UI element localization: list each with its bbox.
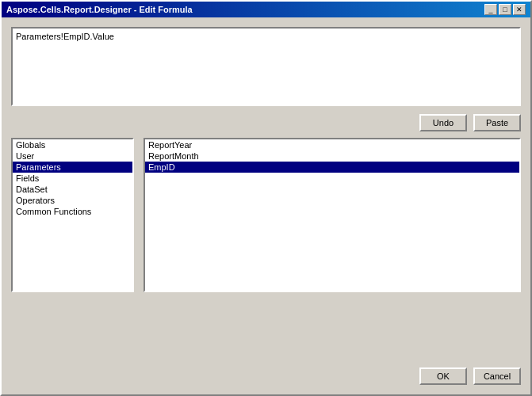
maximize-button[interactable]: □ [499, 4, 511, 15]
close-button[interactable]: ✕ [513, 4, 526, 15]
paste-button[interactable]: Paste [473, 114, 521, 131]
list-item[interactable]: User [13, 150, 132, 162]
top-button-row: Undo Paste [11, 114, 521, 131]
list-item[interactable]: ReportMonth [145, 150, 519, 162]
list-item[interactable]: Globals [13, 139, 132, 150]
list-item[interactable]: ReportYear [145, 139, 519, 150]
items-list[interactable]: ReportYearReportMonthEmpID [144, 138, 521, 292]
list-item[interactable]: DataSet [13, 184, 132, 195]
window-content: Undo Paste GlobalsUserParametersFieldsDa… [2, 17, 530, 394]
title-bar-controls: _ □ ✕ [484, 4, 526, 15]
cancel-button[interactable]: Cancel [473, 367, 521, 385]
list-item[interactable]: Parameters [13, 162, 132, 173]
bottom-button-row: OK Cancel [11, 367, 521, 385]
window-title: Aspose.Cells.Report.Designer - Edit Form… [6, 5, 193, 14]
undo-button[interactable]: Undo [419, 114, 467, 131]
list-item[interactable]: Operators [13, 195, 132, 206]
category-list[interactable]: GlobalsUserParametersFieldsDataSetOperat… [11, 138, 134, 292]
formula-input[interactable] [11, 27, 521, 106]
minimize-button[interactable]: _ [484, 4, 497, 15]
list-item[interactable]: Common Functions [13, 206, 132, 217]
ok-button[interactable]: OK [419, 367, 467, 385]
list-item[interactable]: EmpID [145, 162, 519, 173]
main-window: Aspose.Cells.Report.Designer - Edit Form… [0, 0, 532, 396]
lists-container: GlobalsUserParametersFieldsDataSetOperat… [11, 138, 521, 358]
title-bar: Aspose.Cells.Report.Designer - Edit Form… [2, 2, 530, 17]
list-item[interactable]: Fields [13, 173, 132, 184]
